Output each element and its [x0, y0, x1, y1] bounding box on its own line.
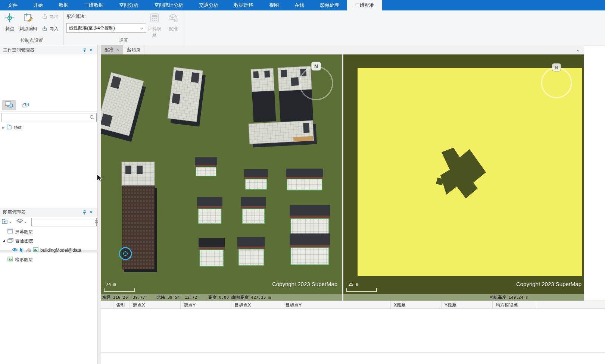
menu-bar: 文件 开始 数据 三维数据 空间分析 空间统计分析 交通分析 数据迁移 视图 在…: [0, 0, 605, 10]
calc-error-label: 计算误差: [148, 26, 161, 38]
menu-item-data-migration[interactable]: 数据迁移: [226, 0, 261, 10]
prick-point-label: 刺点: [5, 26, 14, 31]
tree-item-screen-layer[interactable]: 屏幕图层: [7, 228, 33, 235]
menu-item-file[interactable]: 文件: [0, 0, 25, 10]
algorithm-dropdown[interactable]: 线性配准(至少4个控制) ⌄: [66, 23, 146, 33]
camera-height-readout: 相机高度 149.24 m: [490, 295, 528, 300]
menu-item-spatial-analysis[interactable]: 空间分析: [111, 0, 146, 10]
camera-height-readout: 相机高度 427.35 m: [232, 295, 271, 300]
tree-item-building-model[interactable]: buildingModel@data: [12, 247, 81, 254]
menu-item-data[interactable]: 数据: [51, 0, 76, 10]
control-points-table-body[interactable]: [101, 309, 605, 353]
prick-point-button[interactable]: 刺点: [2, 13, 17, 32]
chevron-down-icon: ⌄: [140, 25, 144, 31]
column-header-target-x[interactable]: 目标点X: [231, 301, 282, 308]
document-tab-bar: 配准 ✕ 起始页 ⌄: [101, 45, 584, 54]
tab-local-workspace[interactable]: [2, 100, 16, 110]
menu-item-spatial-statistics[interactable]: 空间统计分析: [146, 0, 191, 10]
algorithm-label: 配准算法:: [66, 13, 85, 20]
tree-expander-collapsed-icon[interactable]: ▶: [2, 126, 5, 129]
close-icon[interactable]: ✕: [116, 48, 119, 52]
tab-online-workspace[interactable]: [19, 100, 32, 110]
close-icon[interactable]: ✕: [88, 47, 94, 53]
tab-start-page[interactable]: 起始页: [123, 45, 144, 54]
prick-point-edit-icon: [18, 13, 39, 24]
layer-panel-title: 图层管理器: [3, 209, 25, 216]
dock-main-splitter[interactable]: [98, 45, 101, 364]
navigation-gizmo[interactable]: [119, 248, 131, 260]
local-workspace-icon: [5, 101, 13, 110]
column-header-x-residual[interactable]: X残差: [391, 301, 442, 308]
layer-search-input[interactable]: [32, 218, 93, 226]
register-label: 配准: [169, 26, 178, 31]
tab-list-chevron-icon[interactable]: ⌄: [573, 45, 584, 54]
algorithm-selected-value: 线性配准(至少4个控制): [69, 25, 115, 31]
menu-item-3d-data[interactable]: 三维数据: [76, 0, 111, 10]
column-header-source-x[interactable]: 源点X: [130, 301, 181, 308]
source-scene-buildings: N: [101, 54, 342, 301]
new-layer-group-button[interactable]: ⌄: [2, 219, 12, 224]
import-button[interactable]: 导入: [42, 25, 59, 32]
copyright-text: Copyright 2023 SuperMap: [516, 281, 581, 287]
menu-item-start[interactable]: 开始: [25, 0, 51, 10]
menu-item-3d-registration[interactable]: 三维配准: [347, 0, 382, 10]
import-icon: [42, 25, 48, 32]
register-button[interactable]: 配准: [166, 13, 181, 32]
column-header-target-y[interactable]: 目标点Y: [282, 301, 391, 308]
tab-registration[interactable]: 配准 ✕: [101, 45, 123, 54]
building-model-label: buildingModel@data: [40, 248, 81, 253]
column-header-source-y[interactable]: 源点Y: [181, 301, 231, 308]
workspace-node-icon: [7, 125, 12, 131]
tree-item-normal-layer[interactable]: 普通图层: [2, 237, 33, 245]
scale-bar: [346, 288, 377, 292]
source-view-status-bar: 东经 116°26′ 39.77″ 北纬 39°54′ 12.72″ 高度 0.…: [101, 294, 342, 301]
column-header-filler: [536, 301, 605, 308]
column-header-y-residual[interactable]: Y残差: [442, 301, 493, 308]
tab-start-page-label: 起始页: [127, 47, 140, 53]
normal-layer-icon: [7, 238, 13, 244]
layer-toolbar: ⌄ ⌄: [0, 217, 97, 227]
workspace-panel-title: 工作空间管理器: [3, 47, 34, 53]
control-points-table: 索引 源点X 源点Y 目标点X 目标点Y X残差 Y残差 均方根误差: [101, 301, 605, 364]
selectable-cursor-icon[interactable]: [19, 247, 24, 254]
menu-item-online[interactable]: 在线: [287, 0, 312, 10]
compass-north-label: N: [555, 65, 558, 70]
tree-item-terrain-layer[interactable]: 地形图层: [7, 256, 33, 263]
normal-layer-label: 普通图层: [15, 238, 33, 244]
prick-point-crosshair-icon: [2, 13, 17, 24]
latitude-readout: 北纬 39°54′ 12.72″: [157, 295, 200, 300]
visibility-eye-icon[interactable]: [12, 248, 18, 253]
prick-point-edit-button[interactable]: 刺点编辑: [18, 13, 39, 32]
right-gutter: [584, 54, 605, 301]
close-icon[interactable]: ✕: [88, 209, 94, 216]
pin-icon[interactable]: [81, 209, 88, 216]
menu-item-view[interactable]: 视图: [261, 0, 287, 10]
column-header-index[interactable]: 索引: [113, 301, 130, 308]
tab-registration-label: 配准: [105, 47, 113, 53]
menu-item-image-processing[interactable]: 影像处理: [312, 0, 347, 10]
row-selector-column-header: [101, 301, 113, 308]
group-label-control-points: 控制点设置: [11, 37, 52, 44]
column-header-rms-error[interactable]: 均方根误差: [493, 301, 536, 308]
cloud-workspace-icon: [21, 101, 29, 110]
editable-pencil-lock-icon[interactable]: [26, 247, 31, 253]
layer-style-button[interactable]: ⌄: [16, 219, 27, 224]
chevron-down-icon: ⌄: [24, 220, 27, 223]
tree-expander-expanded-icon[interactable]: [2, 238, 6, 244]
scene-view-target[interactable]: N 25 m Copyright 2023 SuperMap 相机高度 149.…: [343, 54, 584, 301]
scale-label: 25 m: [349, 282, 359, 287]
register-icon: [166, 13, 181, 24]
scene-view-source[interactable]: N 74 m Copyright 2023 SuperMap 东经 116°26…: [101, 54, 342, 301]
pin-icon[interactable]: [81, 47, 88, 53]
workspace-search-input[interactable]: [1, 113, 88, 122]
export-button[interactable]: 导出: [42, 13, 59, 21]
tree-item-workspace-test[interactable]: ▶ test: [2, 124, 21, 131]
group-label-compute: 运算: [107, 37, 140, 44]
target-scene-content: N: [343, 54, 584, 301]
workspace-tab-strip: [0, 99, 97, 112]
calc-error-button[interactable]: 计算误差: [146, 13, 163, 38]
menu-item-traffic-analysis[interactable]: 交通分析: [191, 0, 226, 10]
import-label: 导入: [50, 26, 59, 32]
copyright-text: Copyright 2023 SuperMap: [272, 281, 337, 287]
export-label: 导出: [50, 14, 59, 20]
